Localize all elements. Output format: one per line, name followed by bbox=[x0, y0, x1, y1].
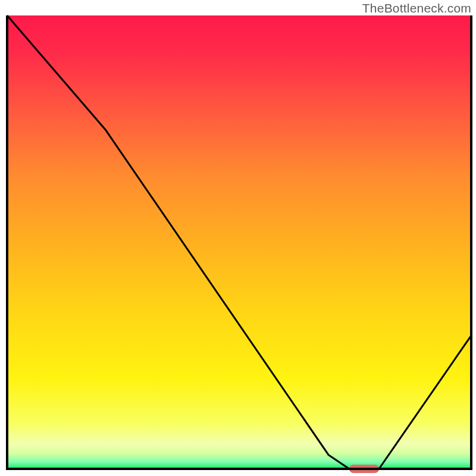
gradient-background bbox=[7, 15, 471, 469]
watermark-text: TheBottleneck.com bbox=[362, 1, 471, 15]
bottleneck-chart bbox=[0, 0, 476, 476]
chart-container: TheBottleneck.com bbox=[0, 0, 476, 476]
